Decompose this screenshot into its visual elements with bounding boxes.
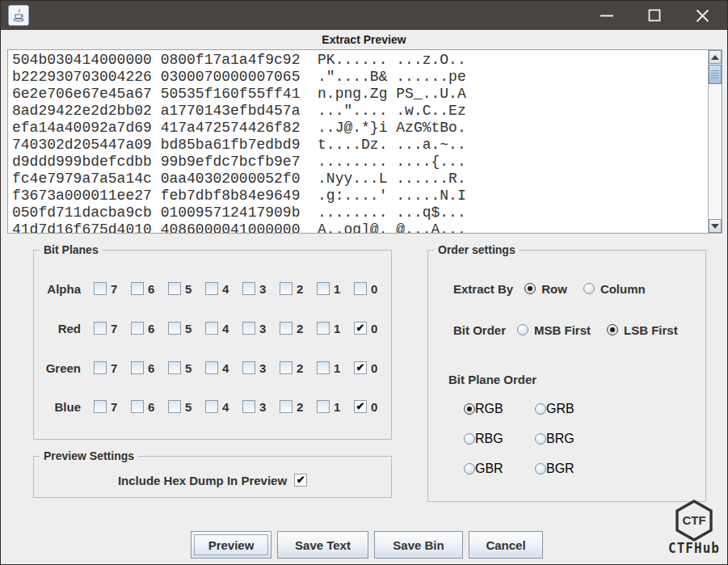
maximize-button[interactable] [641, 3, 668, 27]
bit-number-label: 1 [334, 361, 340, 375]
bit-plane-order-option-brg: BRG [535, 432, 574, 446]
hex-dump-textarea[interactable]: 504b030414000000 0800f17a1a4f9c92 PK....… [12, 52, 706, 233]
extract-by-column-radio[interactable] [583, 283, 595, 294]
bitplane-alpha-bit2-checkbox[interactable] [280, 282, 292, 295]
bitplane-blue-bit1-checkbox[interactable] [317, 400, 330, 413]
bit-plane-order-rbg-label: RBG [475, 432, 503, 446]
bit-plane-order-gbr-label: GBR [475, 462, 503, 476]
bitplane-green-bit5-checkbox[interactable] [168, 361, 181, 374]
java-app-icon [8, 5, 29, 26]
include-hex-dump-checkbox[interactable] [294, 474, 307, 487]
scroll-up-button[interactable] [709, 50, 722, 64]
bit-number-label: 7 [111, 400, 117, 414]
bitplane-red-bit3-checkbox[interactable] [242, 322, 255, 335]
hex-dump-line: 740302d205447a09 bd85ba61fb7edbd9 t....D… [12, 137, 706, 154]
bit-number-label: 1 [334, 400, 340, 414]
bit-number-label: 5 [185, 400, 191, 414]
scroll-down-button[interactable] [709, 219, 722, 233]
bitplane-red-bit7-checkbox[interactable] [94, 322, 107, 335]
bitplane-red-bit4-checkbox[interactable] [205, 322, 218, 335]
extract-by-label: Extract By [453, 282, 513, 296]
bitplane-blue-bit2-checkbox[interactable] [280, 400, 292, 413]
bitplane-blue-bit4-checkbox[interactable] [205, 400, 218, 413]
extract-by-row: Extract By RowColumn [453, 280, 662, 297]
bit-number-label: 5 [185, 322, 191, 335]
save-text-button[interactable]: Save Text [277, 531, 368, 559]
extract-by-row-radio[interactable] [524, 283, 536, 294]
bitplane-green-bit0-checkbox[interactable] [354, 361, 367, 374]
bitplane-alpha-bit1-checkbox[interactable] [317, 282, 330, 295]
bit-number-label: 2 [297, 361, 303, 375]
bitplane-red-bit6-checkbox[interactable] [131, 322, 144, 335]
bit-plane-order-gbr-radio[interactable] [464, 463, 475, 474]
bitplane-alpha-bit5-checkbox[interactable] [168, 282, 181, 295]
bitplane-alpha-bit7-checkbox[interactable] [94, 282, 107, 295]
bit-number-label: 2 [297, 282, 303, 296]
bitplane-red-bit2-checkbox[interactable] [280, 322, 292, 335]
bit-plane-order-option-rgb: RGB [464, 402, 503, 416]
window-controls [593, 1, 716, 30]
bit-number-label: 0 [371, 400, 377, 414]
bitplane-alpha-bit4-checkbox[interactable] [205, 282, 218, 295]
bit-plane-order-bgr-radio[interactable] [535, 463, 546, 474]
minimize-button[interactable] [593, 3, 621, 27]
bitplane-green-bit2-checkbox[interactable] [280, 361, 292, 374]
bit-order-lsb-first-label: LSB First [624, 323, 678, 337]
cancel-button[interactable]: Cancel [469, 531, 543, 559]
bitplane-alpha-bit0-checkbox[interactable] [354, 282, 367, 295]
svg-text:CTF: CTF [682, 513, 705, 527]
bit-plane-order-grb-label: GRB [546, 402, 574, 416]
bit-plane-order-rgb-radio[interactable] [464, 403, 475, 415]
bitplane-red-bit0-checkbox[interactable] [354, 322, 367, 335]
bitplane-blue-bit5-checkbox[interactable] [168, 400, 181, 413]
preview-button[interactable]: Preview [191, 531, 271, 559]
extract-by-option-row: Row [524, 282, 567, 296]
bit-plane-order-label: Bit Plane Order [448, 373, 537, 386]
bitplane-red-bit5-checkbox[interactable] [168, 322, 181, 335]
extract-by-option-column: Column [583, 282, 646, 296]
bit-number-label: 4 [222, 282, 229, 296]
bit-plane-order-bgr-label: BGR [546, 462, 574, 476]
preview-settings-group: Preview Settings Include Hex Dump In Pre… [33, 456, 392, 498]
bit-plane-order-option-gbr: GBR [464, 462, 503, 476]
hex-dump-line: d9ddd999bdefcdbb 99b9efdc7bcfb9e7 ......… [12, 154, 706, 171]
bit-number-label: 6 [148, 322, 154, 335]
save-bin-button[interactable]: Save Bin [374, 531, 463, 559]
bitplane-blue-bit7-checkbox[interactable] [94, 400, 107, 413]
hex-dump-line: b222930703004226 0300070000007065 ."....… [12, 69, 706, 86]
bitplane-green-bit6-checkbox[interactable] [131, 361, 144, 374]
bit-number-label: 3 [259, 282, 266, 296]
bitplane-green-bit3-checkbox[interactable] [242, 361, 255, 374]
bit-plane-order-grb-radio[interactable] [535, 403, 546, 415]
bit-plane-order-rbg-radio[interactable] [464, 433, 475, 445]
bitplane-blue-bit3-checkbox[interactable] [242, 400, 255, 413]
bit-number-label: 4 [222, 400, 229, 414]
bit-planes-group: Bit Planes Alpha76543210Red76543210Green… [33, 250, 392, 440]
bit-number-label: 5 [185, 282, 191, 296]
bitplane-alpha-bit6-checkbox[interactable] [131, 282, 144, 295]
bitplane-blue-bit6-checkbox[interactable] [131, 400, 144, 413]
bit-order-msb-first-radio[interactable] [517, 324, 528, 335]
hex-preview-pane: 504b030414000000 0800f17a1a4f9c92 PK....… [7, 49, 722, 234]
bit-number-label: 7 [111, 282, 117, 296]
bit-plane-order-option-bgr: BGR [535, 462, 574, 476]
scrollbar-thumb[interactable] [709, 65, 722, 84]
titlebar[interactable] [1, 1, 727, 30]
close-button[interactable] [688, 3, 716, 27]
bitplane-green-bit7-checkbox[interactable] [94, 361, 107, 374]
bitplane-blue-bit0-checkbox[interactable] [354, 400, 367, 413]
bit-number-label: 2 [297, 322, 303, 335]
ctfhub-hexagon-icon: CTF [674, 500, 714, 542]
bit-plane-order-brg-radio[interactable] [535, 433, 546, 445]
bit-order-lsb-first-radio[interactable] [607, 324, 618, 335]
bit-planes-legend: Bit Planes [40, 243, 103, 256]
vertical-scrollbar[interactable] [708, 50, 722, 233]
hex-dump-line: 41d7d16f675d4010 4086000041000000 A..og]… [12, 221, 706, 233]
bitplane-green-bit1-checkbox[interactable] [317, 361, 330, 374]
bitplane-red-bit1-checkbox[interactable] [317, 322, 330, 335]
bit-plane-order-rgb-label: RGB [475, 402, 503, 416]
bitplane-green-bit4-checkbox[interactable] [205, 361, 218, 374]
include-hex-dump-row: Include Hex Dump In Preview [34, 471, 391, 489]
bitplane-alpha-bit3-checkbox[interactable] [242, 282, 255, 295]
hex-dump-line: 050fd711dacba9cb 010095712417909b ......… [12, 204, 706, 221]
